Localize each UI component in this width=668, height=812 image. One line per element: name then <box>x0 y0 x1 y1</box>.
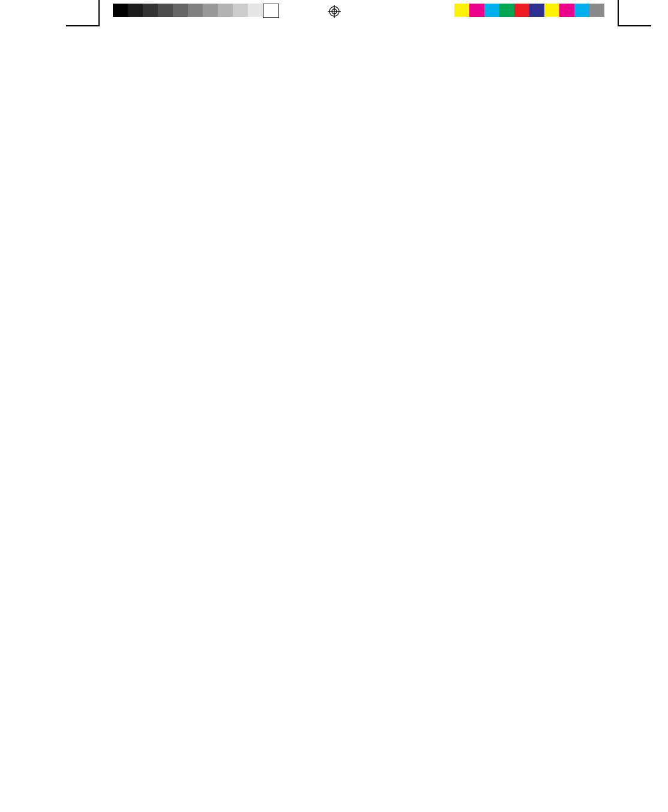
crop-mark <box>66 25 98 26</box>
swatch <box>499 4 514 17</box>
swatch <box>484 4 499 17</box>
color-bar <box>454 4 604 17</box>
grayscale-bar <box>113 4 279 17</box>
swatch <box>128 4 143 17</box>
registration-mark-icon <box>328 5 341 18</box>
crop-mark <box>98 0 100 26</box>
swatch <box>218 4 233 17</box>
swatch <box>113 4 128 17</box>
swatch <box>143 4 158 17</box>
print-registration-top <box>0 0 668 30</box>
crop-mark <box>619 25 651 26</box>
swatch <box>233 4 248 17</box>
swatch <box>589 4 604 17</box>
swatch <box>559 4 574 17</box>
crop-mark <box>618 0 619 26</box>
swatch <box>248 4 263 17</box>
swatch <box>469 4 484 17</box>
swatch <box>529 4 544 17</box>
swatch <box>158 4 173 17</box>
swatch <box>544 4 559 17</box>
swatch <box>514 4 529 17</box>
swatch <box>574 4 589 17</box>
swatch <box>173 4 188 17</box>
swatch <box>263 4 279 18</box>
swatch <box>454 4 469 17</box>
swatch <box>203 4 218 17</box>
swatch <box>188 4 203 17</box>
